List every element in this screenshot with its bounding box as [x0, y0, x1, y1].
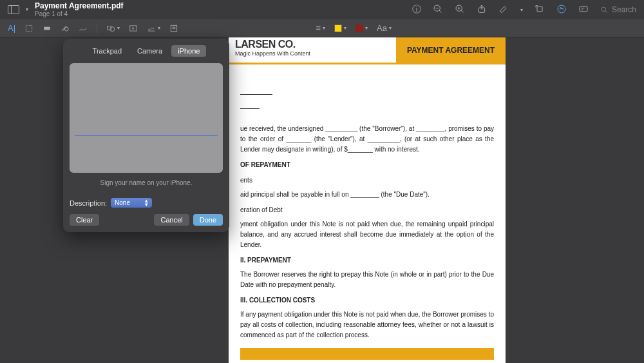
tab-trackpad[interactable]: Trackpad: [86, 45, 128, 57]
svg-point-17: [64, 27, 68, 31]
svg-rect-8: [537, 6, 542, 12]
fill-color-icon[interactable]: ▾: [355, 25, 368, 32]
clear-button[interactable]: Clear: [70, 214, 99, 226]
document-title: PAYMENT AGREEMENT: [396, 37, 506, 63]
done-button[interactable]: Done: [193, 214, 223, 226]
loupe-tool-icon[interactable]: [61, 24, 70, 33]
orange-divider: [240, 348, 494, 360]
form-icon[interactable]: [578, 4, 589, 16]
stroke-color-icon[interactable]: ▾: [334, 25, 346, 32]
search-box[interactable]: Search: [600, 5, 636, 14]
tab-iphone[interactable]: iPhone: [171, 45, 206, 57]
search-placeholder: Search: [612, 5, 636, 14]
signature-hint: Sign your name on your iPhone.: [68, 179, 224, 186]
svg-point-19: [110, 26, 115, 31]
sub-1a: ents: [240, 175, 494, 186]
pdf-company-block: LARSEN CO. Magic Happens With Content: [229, 37, 396, 63]
markup-toolbar: A| ▾ A ▾ ≡ ▾ ▾ ▾ Aa ▾: [0, 19, 644, 37]
sub-1b: eration of Debt: [240, 205, 494, 215]
file-title: Payment Agreement.pdf: [35, 1, 124, 10]
sidebar-toggle-icon[interactable]: [8, 5, 19, 14]
pdf-page: LARSEN CO. Magic Happens With Content PA…: [229, 37, 506, 363]
description-value: None: [115, 199, 130, 206]
text-box-tool-icon[interactable]: A: [129, 24, 138, 33]
sign-tool-icon[interactable]: ▾: [147, 24, 160, 33]
company-tagline: Magic Happens With Content: [235, 50, 390, 57]
svg-line-1: [439, 10, 441, 12]
redact-tool-icon[interactable]: [43, 24, 52, 33]
svg-rect-16: [44, 26, 50, 30]
share-icon[interactable]: [477, 4, 487, 16]
select-tool-icon[interactable]: [24, 24, 33, 33]
svg-line-4: [461, 10, 463, 12]
svg-point-13: [601, 7, 606, 12]
svg-text:A: A: [132, 26, 135, 30]
chevron-down-icon[interactable]: ▾: [26, 6, 28, 12]
sub-1b-text: yment obligation under this Note is not …: [240, 219, 494, 250]
section-2-head: II. PREPAYMENT: [240, 255, 494, 266]
pdf-body: ue received, the undersigned _________ (…: [229, 64, 506, 363]
svg-rect-15: [26, 25, 32, 31]
zoom-in-icon[interactable]: [455, 4, 465, 16]
company-name: LARSEN CO.: [235, 39, 390, 50]
signature-panel: Trackpad Camera iPhone Sign your name on…: [63, 39, 229, 232]
select-arrows-icon: ▴▾: [145, 199, 148, 206]
toolbar-left: ▾ Payment Agreement.pdf Page 1 of 4: [8, 1, 124, 18]
svg-rect-23: [171, 25, 176, 31]
shapes-tool-icon[interactable]: ▾: [106, 24, 120, 33]
sub-1a-text: aid principal shall be payable in full o…: [240, 190, 494, 200]
signature-tabs: Trackpad Camera iPhone: [68, 45, 224, 57]
note-tool-icon[interactable]: [169, 24, 178, 33]
tab-camera[interactable]: Camera: [131, 45, 169, 57]
svg-rect-10: [580, 6, 587, 12]
rotate-icon[interactable]: [535, 4, 545, 16]
sketch-tool-icon[interactable]: [79, 24, 88, 33]
highlighter-icon[interactable]: [498, 4, 509, 16]
section-3-head: III. COLLECTION COSTS: [240, 295, 494, 306]
info-icon[interactable]: ⓘ: [412, 4, 421, 15]
section-1-head: OF REPAYMENT: [240, 160, 494, 170]
pdf-header: LARSEN CO. Magic Happens With Content PA…: [229, 37, 506, 64]
zoom-out-icon[interactable]: [433, 4, 443, 16]
section-2-text: The Borrower reserves the right to prepa…: [240, 270, 494, 290]
page-indicator: Page 1 of 4: [35, 10, 124, 18]
top-toolbar: ▾ Payment Agreement.pdf Page 1 of 4 ⓘ ▾: [0, 0, 644, 19]
section-3-text: If any payment obligation under this Not…: [240, 309, 494, 340]
signature-buttons: Clear Cancel Done: [68, 214, 224, 226]
markup-icon[interactable]: [556, 4, 567, 16]
line-style-icon[interactable]: ≡ ▾: [316, 23, 326, 33]
description-row: Description: None ▴▾: [68, 198, 224, 208]
toolbar-right: ⓘ ▾ Search: [412, 4, 636, 16]
svg-line-14: [605, 11, 607, 13]
intro-text: ue received, the undersigned _________ (…: [240, 124, 494, 155]
file-info: Payment Agreement.pdf Page 1 of 4: [35, 1, 124, 18]
description-select[interactable]: None ▴▾: [111, 198, 152, 208]
text-tool-icon[interactable]: A|: [8, 23, 15, 33]
description-label: Description:: [70, 199, 107, 207]
signature-baseline: [75, 135, 218, 136]
chevron-down-icon[interactable]: ▾: [520, 7, 523, 13]
signature-canvas[interactable]: [70, 63, 223, 173]
cancel-button[interactable]: Cancel: [154, 214, 189, 226]
separator: [97, 23, 97, 34]
font-style-icon[interactable]: Aa ▾: [377, 23, 392, 33]
